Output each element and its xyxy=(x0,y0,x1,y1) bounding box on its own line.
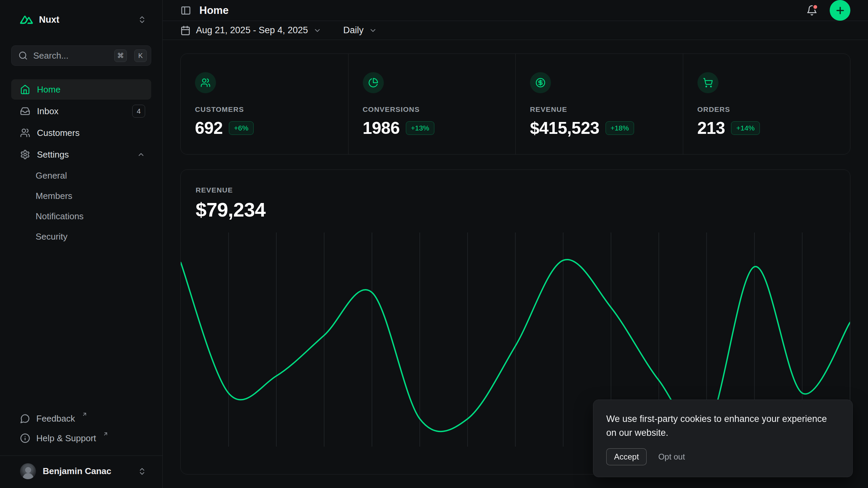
gear-icon xyxy=(20,149,30,160)
sidebar: Nuxt ⌘ K Home Inbox 4 xyxy=(0,0,163,488)
kbd-k: K xyxy=(134,49,147,62)
sidebar-item-customers[interactable]: Customers xyxy=(11,123,151,143)
calendar-icon xyxy=(180,25,191,36)
sidebar-item-members[interactable]: Members xyxy=(11,186,151,205)
stat-value: 213 xyxy=(697,118,725,138)
accept-cookies-button[interactable]: Accept xyxy=(606,448,647,465)
granularity-select[interactable]: Daily xyxy=(343,25,377,36)
workspace-name: Nuxt xyxy=(39,15,59,25)
foot-link-label: Help & Support xyxy=(36,433,96,444)
avatar xyxy=(20,463,36,479)
help-support-link[interactable]: Help & Support xyxy=(11,428,151,448)
stat-card-orders[interactable]: ORDERS 213 +14% xyxy=(683,54,850,154)
sub-item-label: Notifications xyxy=(36,211,84,222)
external-link-icon xyxy=(82,411,87,417)
sub-item-label: General xyxy=(36,170,67,181)
inbox-icon xyxy=(20,106,30,116)
page-title: Home xyxy=(199,4,229,17)
stat-card-conversions[interactable]: CONVERSIONS 1986 +13% xyxy=(348,54,516,154)
stat-label: REVENUE xyxy=(530,105,669,114)
sidebar-item-security[interactable]: Security xyxy=(11,227,151,246)
chevrons-up-down-icon xyxy=(138,15,146,24)
feedback-link[interactable]: Feedback xyxy=(11,409,151,428)
notifications-button[interactable] xyxy=(806,5,817,16)
search-field[interactable] xyxy=(33,50,109,61)
external-link-icon xyxy=(103,431,108,437)
sidebar-item-label: Home xyxy=(37,84,60,95)
plus-icon xyxy=(835,5,846,16)
panel-left-icon[interactable] xyxy=(180,5,191,16)
inbox-count-badge: 4 xyxy=(132,105,145,118)
topbar: Home xyxy=(163,0,868,21)
stat-delta-badge: +18% xyxy=(606,121,634,135)
workspace-switcher[interactable]: Nuxt xyxy=(11,9,151,30)
kbd-cmd: ⌘ xyxy=(114,49,127,62)
search-icon xyxy=(18,51,28,60)
sidebar-item-home[interactable]: Home xyxy=(11,79,151,100)
stat-delta-badge: +6% xyxy=(229,121,254,135)
sub-item-label: Members xyxy=(36,191,72,201)
date-range-picker[interactable]: Aug 21, 2025 - Sep 4, 2025 xyxy=(180,25,321,36)
revenue-panel-label: REVENUE xyxy=(196,186,835,194)
date-range-label: Aug 21, 2025 - Sep 4, 2025 xyxy=(196,25,308,36)
sidebar-nav: Home Inbox 4 Customers Settings General xyxy=(11,79,151,246)
nuxt-logo-icon xyxy=(20,15,33,24)
user-name: Benjamin Canac xyxy=(43,466,111,476)
foot-link-label: Feedback xyxy=(36,413,75,424)
add-button[interactable] xyxy=(830,0,850,21)
stats-grid: CUSTOMERS 692 +6% CONVERSIONS 1986 +13% xyxy=(180,54,850,155)
chevron-up-icon xyxy=(137,150,145,159)
sidebar-item-notifications[interactable]: Notifications xyxy=(11,207,151,226)
sidebar-item-settings[interactable]: Settings xyxy=(11,144,151,165)
sidebar-item-general[interactable]: General xyxy=(11,166,151,185)
dollar-circle-icon xyxy=(530,72,551,93)
cookie-message: We use first-party cookies to enhance yo… xyxy=(606,412,840,440)
stat-delta-badge: +14% xyxy=(731,121,760,135)
granularity-label: Daily xyxy=(343,25,363,36)
sidebar-item-label: Inbox xyxy=(37,106,59,117)
revenue-panel-value: $79,234 xyxy=(196,198,835,221)
sidebar-footer: Feedback Help & Support Benjamin Canac xyxy=(11,409,151,488)
stat-label: CUSTOMERS xyxy=(195,105,334,114)
stat-label: CONVERSIONS xyxy=(363,105,501,114)
sidebar-item-label: Customers xyxy=(37,128,80,138)
stat-card-revenue[interactable]: REVENUE $415,523 +18% xyxy=(515,54,683,154)
home-icon xyxy=(20,84,30,95)
users-icon xyxy=(20,128,30,138)
chevron-down-icon xyxy=(369,26,377,35)
stat-value: 1986 xyxy=(363,118,400,138)
stat-card-customers[interactable]: CUSTOMERS 692 +6% xyxy=(181,54,348,154)
cart-icon xyxy=(697,72,718,93)
cookie-consent-toast: We use first-party cookies to enhance yo… xyxy=(593,400,853,477)
sub-item-label: Security xyxy=(36,231,67,242)
stat-delta-badge: +13% xyxy=(406,121,434,135)
stat-value: $415,523 xyxy=(530,118,599,138)
toolbar: Aug 21, 2025 - Sep 4, 2025 Daily xyxy=(163,21,868,40)
sidebar-item-inbox[interactable]: Inbox 4 xyxy=(11,101,151,121)
chat-bubble-icon xyxy=(20,413,30,424)
stat-value: 692 xyxy=(195,118,223,138)
pie-chart-icon xyxy=(363,72,384,93)
info-circle-icon xyxy=(20,433,30,443)
chevrons-up-down-icon xyxy=(138,467,146,476)
users-circle-icon xyxy=(195,72,216,93)
optout-cookies-button[interactable]: Opt out xyxy=(658,452,685,462)
user-menu[interactable]: Benjamin Canac xyxy=(0,455,162,488)
notification-dot xyxy=(812,4,818,10)
sidebar-item-label: Settings xyxy=(37,149,69,160)
stat-label: ORDERS xyxy=(697,105,836,114)
search-input[interactable]: ⌘ K xyxy=(11,45,151,66)
chevron-down-icon xyxy=(313,26,321,35)
